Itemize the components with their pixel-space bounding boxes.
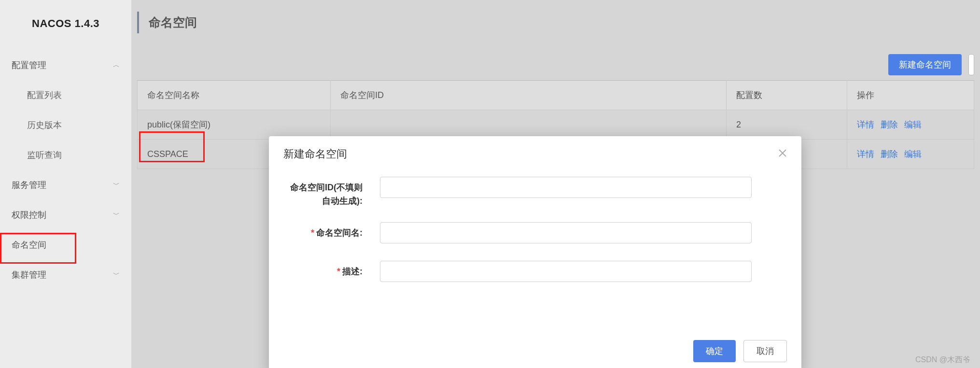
form-row-desc: *描述: [283, 261, 787, 282]
create-namespace-modal: 新建命名空间 命名空间ID(不填则自动生成): *命名空间名: [269, 136, 801, 368]
required-icon: * [311, 228, 314, 238]
modal-header: 新建命名空间 [269, 136, 801, 170]
namespace-desc-input[interactable] [380, 261, 752, 282]
close-icon[interactable] [778, 148, 787, 160]
form-row-id: 命名空间ID(不填则自动生成): [283, 177, 787, 208]
ok-button[interactable]: 确定 [693, 340, 736, 362]
cancel-button[interactable]: 取消 [743, 340, 787, 362]
form-row-name: *命名空间名: [283, 222, 787, 243]
modal-footer: 确定 取消 [693, 340, 787, 362]
modal-backdrop: 新建命名空间 命名空间ID(不填则自动生成): *命名空间名: [0, 0, 980, 368]
required-icon: * [337, 267, 340, 276]
form-label-name: *命名空间名: [283, 227, 365, 239]
form-label-id: 命名空间ID(不填则自动生成): [283, 177, 365, 208]
modal-body: 命名空间ID(不填则自动生成): *命名空间名: *描述: [269, 170, 801, 282]
form-label-desc: *描述: [283, 266, 365, 277]
namespace-id-input[interactable] [380, 177, 752, 198]
modal-title: 新建命名空间 [283, 147, 347, 161]
namespace-name-input[interactable] [380, 222, 752, 243]
watermark: CSDN @木西爷 [915, 355, 970, 365]
